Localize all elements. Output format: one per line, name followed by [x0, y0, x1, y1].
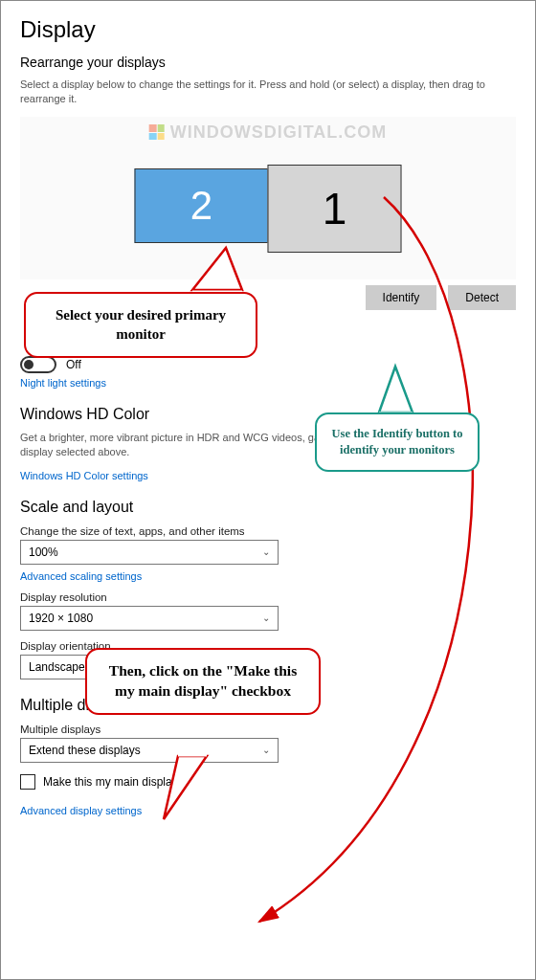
- night-light-state: Off: [66, 358, 81, 371]
- make-main-display-checkbox[interactable]: [20, 774, 35, 790]
- chevron-down-icon: ⌄: [262, 612, 270, 623]
- scale-layout-title: Scale and layout: [20, 499, 516, 516]
- multiple-displays-select[interactable]: Extend these displays ⌄: [20, 738, 279, 763]
- annotation-callout-checkbox: Then, click on the "Make this my main di…: [85, 648, 321, 715]
- watermark: WINDOWSDIGITAL.COM: [149, 122, 388, 143]
- watermark-text: WINDOWSDIGITAL.COM: [170, 122, 388, 143]
- scale-select[interactable]: 100% ⌄: [20, 540, 279, 565]
- resolution-value: 1920 × 1080: [29, 612, 93, 625]
- multiple-displays-value: Extend these displays: [29, 744, 141, 757]
- rearrange-subhead: Rearrange your displays: [20, 55, 516, 70]
- advanced-scaling-link[interactable]: Advanced scaling settings: [20, 570, 516, 582]
- scale-label: Change the size of text, apps, and other…: [20, 525, 516, 537]
- monitor-tile-1[interactable]: 1: [268, 165, 402, 253]
- chevron-down-icon: ⌄: [262, 745, 270, 755]
- resolution-label: Display resolution: [20, 591, 516, 603]
- page-title: Display: [20, 16, 516, 43]
- monitor-tile-2[interactable]: 2: [135, 168, 269, 243]
- night-light-settings-link[interactable]: Night light settings: [20, 377, 516, 389]
- display-arrangement-canvas[interactable]: WINDOWSDIGITAL.COM 2 1: [20, 117, 516, 279]
- detect-button[interactable]: Detect: [448, 285, 516, 310]
- resolution-select[interactable]: 1920 × 1080 ⌄: [20, 606, 279, 631]
- orientation-value: Landscape: [29, 660, 85, 674]
- multiple-displays-label: Multiple displays: [20, 724, 516, 735]
- chevron-down-icon: ⌄: [262, 546, 270, 557]
- advanced-display-settings-link[interactable]: Advanced display settings: [20, 805, 142, 816]
- rearrange-help: Select a display below to change the set…: [20, 78, 516, 107]
- windows-logo-icon: [149, 124, 165, 140]
- annotation-callout-select-monitor: Select your desired primary monitor: [24, 292, 257, 358]
- scale-value: 100%: [29, 546, 58, 559]
- identify-button[interactable]: Identify: [366, 285, 437, 310]
- night-light-toggle[interactable]: [20, 356, 56, 373]
- annotation-callout-identify: Use the Identify button to identify your…: [315, 412, 480, 472]
- make-main-display-label: Make this my main display: [43, 775, 178, 789]
